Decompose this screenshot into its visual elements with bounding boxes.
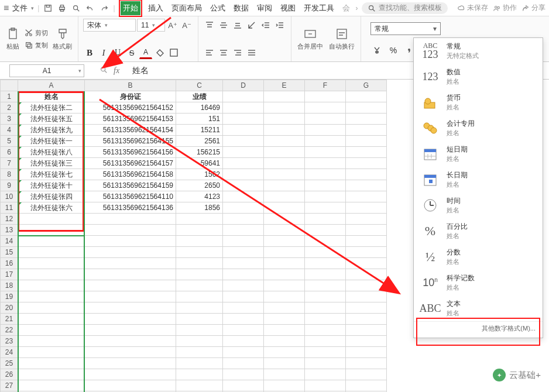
- cell[interactable]: [305, 358, 346, 369]
- cell[interactable]: [223, 314, 264, 325]
- cell[interactable]: 姓名: [18, 91, 85, 102]
- tab-view[interactable]: 视图: [278, 1, 298, 15]
- cell[interactable]: [85, 369, 176, 380]
- cell[interactable]: [176, 280, 223, 291]
- cell[interactable]: 561313569621564155: [85, 136, 176, 147]
- fx-label[interactable]: fx: [114, 66, 119, 75]
- border-button[interactable]: [167, 46, 180, 59]
- redo-icon[interactable]: [99, 3, 109, 13]
- cell[interactable]: [305, 169, 346, 180]
- tab-data[interactable]: 数据: [231, 1, 251, 15]
- tab-developer[interactable]: 开发工具: [301, 1, 337, 15]
- cell[interactable]: [346, 258, 387, 269]
- row-header[interactable]: 14: [1, 236, 18, 247]
- cell[interactable]: [305, 158, 346, 169]
- cell[interactable]: 法外狂徒张一: [18, 136, 85, 147]
- cell[interactable]: [176, 247, 223, 258]
- tab-review[interactable]: 审阅: [255, 1, 274, 15]
- cell[interactable]: 1562: [176, 169, 223, 180]
- hamburger-icon[interactable]: ≡: [4, 3, 9, 13]
- cell[interactable]: [264, 325, 305, 336]
- preview-icon[interactable]: [71, 3, 81, 13]
- cell[interactable]: [223, 180, 264, 191]
- row-header[interactable]: 8: [1, 169, 18, 180]
- fmt-item-number[interactable]: 123 数值姓名: [414, 64, 543, 90]
- cell[interactable]: [18, 258, 85, 269]
- cell[interactable]: [346, 325, 387, 336]
- cell[interactable]: [85, 258, 176, 269]
- percent-format-button[interactable]: %: [387, 44, 400, 57]
- cell[interactable]: [176, 302, 223, 314]
- cell[interactable]: [223, 114, 264, 125]
- cell[interactable]: [346, 180, 387, 191]
- cell[interactable]: [264, 91, 305, 102]
- cell[interactable]: [264, 214, 305, 225]
- row-header[interactable]: 18: [1, 280, 18, 291]
- select-all-corner[interactable]: [1, 80, 18, 91]
- cell[interactable]: [264, 280, 305, 291]
- cell[interactable]: [305, 191, 346, 202]
- cell[interactable]: [305, 125, 346, 136]
- cell[interactable]: [223, 358, 264, 369]
- cell[interactable]: 561313569621564159: [85, 180, 176, 191]
- row-header[interactable]: 10: [1, 191, 18, 202]
- cell[interactable]: [264, 147, 305, 158]
- cell[interactable]: [18, 225, 85, 236]
- cell[interactable]: [305, 225, 346, 236]
- cell[interactable]: [176, 347, 223, 358]
- cell[interactable]: [223, 169, 264, 180]
- undo-icon[interactable]: [85, 3, 95, 13]
- cell[interactable]: [264, 302, 305, 314]
- cell[interactable]: [85, 214, 176, 225]
- align-center-button[interactable]: [217, 46, 230, 59]
- cell[interactable]: [85, 325, 176, 336]
- cell[interactable]: [346, 225, 387, 236]
- cell[interactable]: [346, 102, 387, 114]
- cell[interactable]: [223, 102, 264, 114]
- row-header[interactable]: 7: [1, 158, 18, 169]
- cell[interactable]: [176, 358, 223, 369]
- cell[interactable]: [223, 380, 264, 391]
- cell[interactable]: [264, 336, 305, 347]
- wrap-text-button[interactable]: 自动换行: [328, 26, 356, 52]
- indent-inc-button[interactable]: [273, 19, 286, 32]
- row-header[interactable]: 13: [1, 225, 18, 236]
- cell[interactable]: [264, 180, 305, 191]
- cell[interactable]: 法外狂徒张八: [18, 147, 85, 158]
- cell[interactable]: [346, 380, 387, 391]
- cell[interactable]: [18, 291, 85, 302]
- cell[interactable]: [264, 247, 305, 258]
- row-header[interactable]: 19: [1, 291, 18, 302]
- currency-format-button[interactable]: [370, 44, 383, 57]
- cell[interactable]: [18, 214, 85, 225]
- cell[interactable]: [305, 291, 346, 302]
- cell[interactable]: [223, 158, 264, 169]
- justify-button[interactable]: [245, 46, 258, 59]
- cell[interactable]: [346, 191, 387, 202]
- cell[interactable]: [305, 347, 346, 358]
- cell[interactable]: 法外狂徒张六: [18, 202, 85, 214]
- cell[interactable]: [346, 247, 387, 258]
- col-header-F[interactable]: F: [305, 80, 346, 91]
- cell[interactable]: [305, 269, 346, 280]
- number-format-select[interactable]: 常规 ▾: [370, 22, 441, 35]
- fmt-item-long-date[interactable]: 长日期姓名: [414, 167, 543, 192]
- cell[interactable]: [85, 380, 176, 391]
- fmt-more-link[interactable]: 其他数字格式(M)...: [414, 321, 543, 335]
- cell[interactable]: [223, 191, 264, 202]
- row-header[interactable]: 17: [1, 269, 18, 280]
- cell[interactable]: [264, 291, 305, 302]
- cell[interactable]: [264, 125, 305, 136]
- cell[interactable]: [18, 236, 85, 247]
- cell[interactable]: [264, 114, 305, 125]
- font-size-select[interactable]: 11▾: [137, 19, 165, 32]
- merge-center-button[interactable]: 合并居中: [296, 26, 324, 52]
- cell[interactable]: 561313569621564154: [85, 125, 176, 136]
- cell[interactable]: 561313569621564136: [85, 202, 176, 214]
- share-button[interactable]: 分享: [521, 3, 545, 13]
- cell[interactable]: [305, 314, 346, 325]
- align-left-button[interactable]: [203, 46, 216, 59]
- cell[interactable]: [264, 236, 305, 247]
- cell[interactable]: [346, 358, 387, 369]
- cell[interactable]: [346, 91, 387, 102]
